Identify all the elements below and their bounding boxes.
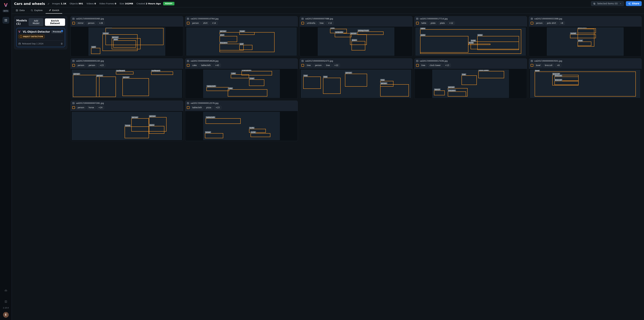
detection-tag-more[interactable]: +23 [98, 63, 105, 67]
detection-tag[interactable]: umbrella [305, 21, 317, 25]
dataset-title: Cars and wheels [14, 2, 45, 6]
models-heading: Models (1) [16, 19, 27, 25]
bbox-label: person [122, 76, 130, 78]
user-avatar[interactable]: E [3, 312, 9, 318]
detection-tag-more[interactable]: +8 [555, 63, 561, 67]
image-card[interactable]: val2017/000000012576.jpgtableclothpizza+… [185, 100, 298, 141]
image-icon [16, 9, 18, 11]
bbox-label: broccoli [554, 74, 562, 77]
app-logo[interactable]: V [3, 2, 9, 8]
image-card[interactable]: val2017/000000007281.jpgpersonhorse+24pe… [70, 100, 183, 141]
detection-tag[interactable]: cake [190, 63, 198, 67]
detection-tag[interactable]: person [76, 106, 86, 109]
nav-binoculars[interactable] [2, 287, 9, 294]
detection-tag[interactable]: tree [318, 21, 325, 25]
thumbnail[interactable]: chandeliercakechairtableclothcake [185, 69, 298, 99]
nav-datasets[interactable] [2, 17, 9, 24]
detection-tag-more[interactable]: +14 [210, 21, 218, 25]
model-logo-icon: V [18, 30, 22, 33]
bbox-label: table [420, 27, 426, 29]
svg-point-24 [531, 18, 532, 18]
add-model-button[interactable]: Add Model [29, 18, 43, 26]
detection-tag[interactable]: broccoli [543, 63, 554, 67]
detection-tag[interactable]: tree [305, 63, 312, 67]
detection-tag-more[interactable]: +13 [444, 63, 451, 67]
thumbnail[interactable]: personmaskshirttrouserspad [185, 27, 298, 56]
detection-tag-more[interactable]: +23 [214, 106, 221, 109]
thumbnail[interactable]: personpersonhorsejeans [70, 111, 183, 141]
thumbnail[interactable]: personpolo shirtracketshoe [529, 27, 642, 56]
file-name: val2017/000000017714.jpg [420, 17, 448, 20]
bbox-icon [531, 64, 533, 67]
detection-tag[interactable]: clock tower [428, 63, 442, 67]
thumbnail[interactable]: clock towertreebenchpersontrousers [414, 69, 527, 99]
detection-tag[interactable]: plate [438, 21, 446, 25]
detection-tag[interactable]: bowl [534, 63, 542, 67]
edit-icon[interactable] [48, 2, 50, 5]
detection-tag[interactable]: plate [429, 21, 437, 25]
svg-rect-2 [5, 20, 6, 21]
detection-tag[interactable]: tablecloth [200, 63, 212, 67]
meta-item: Size 162MB [120, 2, 133, 5]
detection-tag-more[interactable]: +26 [97, 21, 105, 25]
trash-icon[interactable] [60, 42, 63, 45]
detection-tag[interactable]: person [190, 21, 200, 25]
bbox-label: surfboard [116, 70, 125, 72]
detection-tag[interactable]: person [314, 63, 323, 67]
thumbnail[interactable]: personpersonsurfboardsurfboardperson [70, 69, 183, 99]
image-icon [72, 17, 75, 20]
file-name: val2017/000000002473.jpg [305, 60, 333, 62]
share-button[interactable]: Share [626, 1, 642, 6]
file-name: val2017/000000012576.jpg [190, 102, 218, 104]
selected-items-dropdown[interactable]: Selected Items (0) [591, 1, 624, 6]
image-card[interactable]: val2017/000000033368.jpgpersonpolo shirt… [529, 16, 642, 57]
thumbnail[interactable]: mirrormirrorpersonshirtvent [70, 27, 183, 56]
svg-point-34 [531, 60, 532, 61]
enrich-dataset-button[interactable]: Enrich Dataset [45, 18, 65, 26]
detection-tag[interactable]: horse [87, 106, 96, 109]
image-card[interactable]: val2017/000000003501.jpgbowlbroccoli+8bo… [529, 58, 642, 99]
detection-tag[interactable]: person [87, 63, 97, 67]
image-card[interactable]: val2017/000000017714.jpgtableplateplate+… [414, 16, 527, 57]
thumbnail[interactable]: treeumbrellapickup truckpersonjeans [300, 27, 412, 56]
thumbnail[interactable]: tableplateplateknifeknife [414, 27, 527, 56]
detection-tag-more[interactable]: +12 [326, 21, 334, 25]
detection-tag[interactable]: table [420, 21, 428, 25]
model-card[interactable]: V VL-Object-Detector Preview OBJECT DETE… [16, 28, 65, 47]
image-card[interactable]: val2017/000000005060.jpgmirrorperson+26m… [70, 16, 183, 57]
thumbnail[interactable]: bowlbroccolibroccolibroccoli [529, 69, 642, 99]
image-card[interactable]: val2017/000000010764.jpgpersonshirt+14pe… [185, 16, 298, 57]
detection-tag-more[interactable]: +22 [332, 63, 340, 67]
detection-tag[interactable]: tree [420, 63, 427, 67]
bbox-label: person [350, 32, 357, 34]
detection-tag-more[interactable]: +8 [559, 21, 565, 25]
detection-tag[interactable]: person [86, 21, 96, 25]
detection-tag[interactable]: polo shirt [545, 21, 558, 25]
detection-tag[interactable]: mirror [76, 21, 85, 25]
bbox-label: knife [250, 131, 256, 133]
image-card[interactable]: val2017/000000017436.jpgtreeclock tower+… [414, 58, 527, 99]
tab-explore[interactable]: Explore [28, 7, 46, 13]
image-card[interactable]: val2017/000000002473.jpgtreepersontree+2… [300, 58, 412, 99]
detection-tag[interactable]: tree [324, 63, 332, 67]
tab-data[interactable]: Data [13, 7, 28, 13]
detection-tag[interactable]: tablecloth [190, 106, 204, 109]
detection-tag[interactable]: person [76, 63, 86, 67]
empty-card [414, 100, 527, 141]
detection-tag[interactable]: shirt [202, 21, 209, 25]
detection-tag[interactable]: person [534, 21, 544, 25]
bbox-label: person [448, 86, 455, 88]
nav-docs[interactable] [2, 298, 9, 305]
thumbnail[interactable]: treetreepersontreeperson [300, 69, 412, 99]
detection-tag-more[interactable]: +43 [213, 63, 221, 67]
thumbnail[interactable]: tableclothbreadknifeknife [185, 111, 298, 141]
image-card[interactable]: val2017/000000005193.jpgpersonperson+23p… [70, 58, 183, 99]
detection-tag-more[interactable]: +24 [97, 106, 104, 109]
detection-tag[interactable]: pizza [204, 106, 213, 109]
tab-enrich[interactable]: Enrich [46, 7, 62, 13]
image-card[interactable]: val2017/000000054628.jpgcaketablecloth+4… [185, 58, 298, 99]
svg-point-36 [73, 103, 73, 103]
bbox-label: bench [434, 88, 440, 91]
image-card[interactable]: val2017/000000007088.jpgumbrellatree+12t… [300, 16, 412, 57]
detection-tag-more[interactable]: +12 [448, 21, 455, 25]
